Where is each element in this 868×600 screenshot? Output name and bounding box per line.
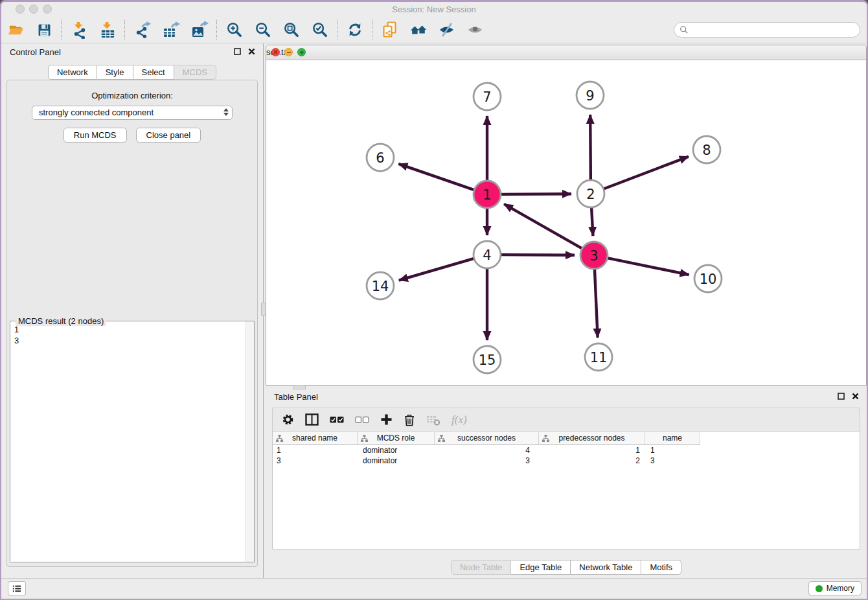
graph-edge-2-8[interactable] bbox=[604, 157, 689, 189]
graph-edge-3-1[interactable] bbox=[504, 204, 582, 248]
table-row[interactable]: 1dominator411 bbox=[273, 445, 860, 456]
refresh-button[interactable] bbox=[346, 21, 364, 39]
zoom-out-icon bbox=[255, 21, 272, 39]
column-label: predecessor nodes bbox=[558, 433, 624, 443]
minimize-window-icon[interactable] bbox=[29, 5, 38, 14]
table-cell: 2 bbox=[539, 456, 645, 465]
hide-selected-button[interactable] bbox=[438, 21, 456, 39]
dropdown-stepper-icon bbox=[223, 108, 229, 116]
open-file-button[interactable] bbox=[6, 21, 25, 39]
control-panel: Control Panel NetworkStyleSelectMCDS Opt… bbox=[1, 43, 263, 579]
task-history-button[interactable] bbox=[8, 581, 26, 595]
column-header-shared-name[interactable]: shared name bbox=[273, 432, 358, 444]
add-column-button[interactable] bbox=[380, 413, 393, 426]
table-header: shared nameMCDS rolesuccessor nodesprede… bbox=[273, 432, 700, 445]
table-row[interactable]: 3dominator323 bbox=[273, 456, 860, 466]
gear-button[interactable] bbox=[282, 413, 294, 426]
show-all-icon bbox=[466, 21, 485, 39]
memory-status-icon bbox=[816, 585, 823, 592]
close-icon[interactable] bbox=[271, 48, 280, 56]
float-panel-icon[interactable] bbox=[234, 48, 241, 55]
export-image-button[interactable] bbox=[190, 21, 209, 39]
graph-edge-4-3[interactable] bbox=[501, 255, 575, 255]
graph-edge-4-14[interactable] bbox=[399, 259, 474, 280]
split-panel-button[interactable] bbox=[305, 413, 319, 426]
table-tab-node-table[interactable]: Node Table bbox=[451, 560, 512, 575]
save-session-icon bbox=[36, 22, 52, 38]
function-builder-button[interactable]: f(x) bbox=[451, 413, 467, 426]
tab-network[interactable]: Network bbox=[48, 65, 97, 80]
zoom-fit-icon bbox=[283, 21, 301, 39]
import-table-button[interactable] bbox=[98, 21, 117, 39]
float-panel-icon[interactable] bbox=[838, 393, 845, 400]
column-header-predecessor-nodes[interactable]: predecessor nodes bbox=[539, 432, 645, 444]
list-icon bbox=[12, 584, 21, 593]
delete-column-button[interactable] bbox=[404, 413, 415, 426]
graph-edge-2-3[interactable] bbox=[591, 208, 593, 236]
run-mcds-button[interactable]: Run MCDS bbox=[63, 128, 127, 143]
import-network-button[interactable] bbox=[70, 21, 88, 39]
table-panel-title: Table Panel bbox=[274, 392, 318, 402]
tab-mcds[interactable]: MCDS bbox=[174, 65, 216, 80]
export-image-icon bbox=[190, 21, 209, 39]
tab-select[interactable]: Select bbox=[133, 65, 174, 80]
criterion-dropdown[interactable]: strongly connected component bbox=[32, 106, 233, 120]
minimize-icon[interactable] bbox=[284, 48, 293, 56]
zoom-in-button[interactable] bbox=[225, 21, 244, 39]
delete-table-button[interactable] bbox=[426, 413, 440, 426]
search-input[interactable] bbox=[691, 25, 860, 36]
clone-network-button[interactable] bbox=[381, 21, 399, 39]
zoom-out-button[interactable] bbox=[254, 21, 272, 39]
close-panel-icon[interactable] bbox=[852, 393, 859, 400]
network-window-controls bbox=[271, 48, 306, 56]
graph-node-label: 7 bbox=[483, 89, 491, 105]
function-builder-icon: f(x) bbox=[451, 413, 467, 426]
delete-column-icon bbox=[404, 413, 415, 426]
graph-node-label: 9 bbox=[586, 88, 594, 104]
zoom-in-icon bbox=[226, 21, 244, 39]
maximize-window-icon[interactable] bbox=[43, 5, 52, 14]
column-header-mcds-role[interactable]: MCDS role bbox=[358, 432, 435, 444]
tab-style[interactable]: Style bbox=[97, 65, 133, 80]
save-session-button[interactable] bbox=[35, 21, 53, 39]
search-box bbox=[674, 22, 860, 38]
hide-selected-icon bbox=[438, 21, 456, 39]
show-all-button[interactable] bbox=[466, 21, 485, 39]
select-all-button[interactable] bbox=[330, 416, 344, 424]
column-header-successor-nodes[interactable]: successor nodes bbox=[435, 432, 539, 444]
graph-node-label: 3 bbox=[589, 248, 598, 264]
zoom-selected-button[interactable] bbox=[311, 21, 329, 39]
export-network-button[interactable] bbox=[133, 21, 152, 39]
result-scrollbar[interactable] bbox=[246, 321, 254, 562]
graph-edge-1-6[interactable] bbox=[398, 164, 474, 190]
graph-edge-3-10[interactable] bbox=[608, 258, 689, 275]
column-header-name[interactable]: name bbox=[645, 432, 700, 444]
toolbar-separator bbox=[372, 20, 373, 40]
network-canvas[interactable]: 7968124314101511 bbox=[266, 60, 866, 385]
column-label: MCDS role bbox=[377, 433, 415, 443]
gear-icon bbox=[282, 413, 294, 426]
graph-edge-3-11[interactable] bbox=[595, 270, 598, 338]
close-panel-button[interactable]: Close panel bbox=[136, 128, 201, 143]
close-panel-icon[interactable] bbox=[248, 48, 255, 55]
graph-edge-2-9[interactable] bbox=[590, 115, 591, 179]
mcds-result-box: MCDS result (2 nodes) 13 bbox=[10, 321, 255, 562]
deselect-all-button[interactable] bbox=[355, 416, 369, 424]
zoom-fit-button[interactable] bbox=[282, 21, 301, 39]
table-tab-edge-table[interactable]: Edge Table bbox=[511, 560, 571, 575]
close-window-icon[interactable] bbox=[16, 5, 25, 14]
column-label: shared name bbox=[292, 433, 337, 443]
export-table-button[interactable] bbox=[162, 21, 180, 39]
table-tab-motifs[interactable]: Motifs bbox=[641, 560, 681, 575]
home-button[interactable] bbox=[409, 21, 428, 39]
memory-button[interactable]: Memory bbox=[808, 581, 862, 595]
network-window-titlebar: scc.txt bbox=[266, 45, 866, 60]
table-tab-network-table[interactable]: Network Table bbox=[571, 560, 641, 575]
toolbar-separator bbox=[216, 20, 218, 40]
home-icon bbox=[409, 21, 428, 39]
zoom-icon[interactable] bbox=[297, 48, 306, 56]
mcds-result-list: 13 bbox=[10, 321, 254, 562]
search-icon bbox=[680, 25, 689, 34]
graph-edge-1-2[interactable] bbox=[501, 194, 571, 194]
delete-table-icon bbox=[426, 413, 440, 426]
